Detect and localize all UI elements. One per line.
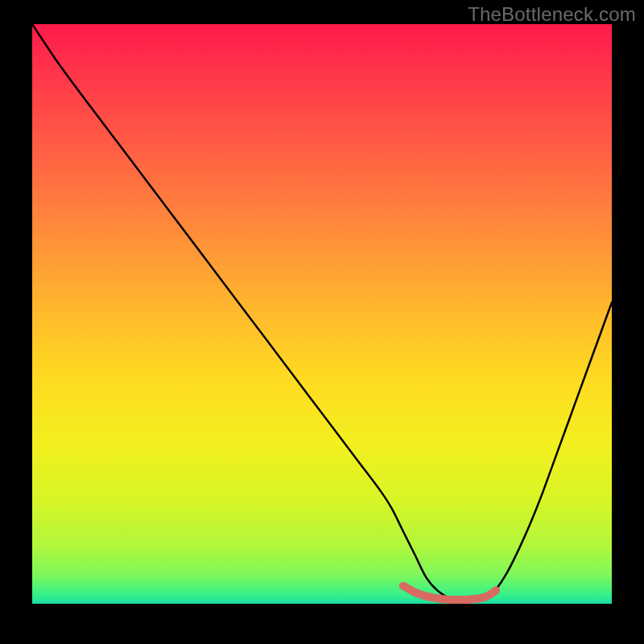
chart-frame: TheBottleneck.com xyxy=(0,0,644,644)
watermark-text: TheBottleneck.com xyxy=(468,3,636,26)
chart-plot xyxy=(32,24,612,604)
gradient-background xyxy=(32,24,612,604)
